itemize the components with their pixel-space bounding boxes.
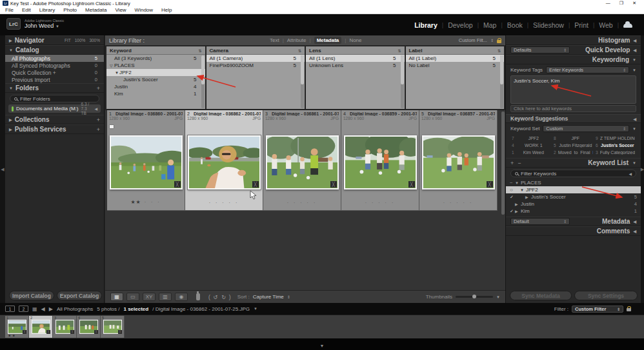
keyword-set-cell[interactable]: 9Z TEMP HOLDING: [594, 135, 636, 142]
rotate-left-icon[interactable]: ( ↺: [208, 294, 218, 300]
filter-tab-none[interactable]: None: [349, 37, 361, 43]
chevron-down-icon[interactable]: ▼: [254, 307, 257, 311]
keyword-set-cell[interactable]: 3Fully Categorized Pho...: [594, 149, 636, 156]
histogram-header[interactable]: Histogram◀: [506, 35, 641, 45]
keyword-tags-textarea[interactable]: Justin's Soccer, Kim: [510, 75, 636, 104]
publish-services-header[interactable]: ▶ Publish Services +: [5, 124, 104, 134]
lens-column-header[interactable]: Lens⇅: [306, 46, 405, 55]
label-column-header[interactable]: Label⇅: [406, 46, 505, 55]
keyword-set-cell[interactable]: 7JPF2: [510, 135, 552, 142]
lock-icon[interactable]: [627, 308, 631, 311]
module-library[interactable]: Library: [414, 21, 438, 29]
navigator-header[interactable]: ▶ Navigator FIT 100% 300%: [5, 35, 104, 45]
module-book[interactable]: Book: [507, 21, 523, 29]
menu-edit[interactable]: Edit: [22, 7, 31, 13]
keyword-set-cell[interactable]: 5Justin Fitzgerald: [552, 142, 594, 149]
filter-preset-dropdown[interactable]: Custom Filt...: [459, 37, 487, 43]
menu-file[interactable]: File: [5, 7, 14, 13]
navigator-zoom-100[interactable]: 100%: [75, 38, 86, 43]
photo-cell-3[interactable]: 3Digital Image - 036861 - 2001-07-25 128…: [263, 110, 341, 211]
remove-keyword-button[interactable]: −: [518, 160, 521, 166]
maximize-button[interactable]: ❐: [619, 1, 623, 6]
quick-develop-header[interactable]: Defaults⇕ Quick Develop◀: [506, 45, 641, 55]
keyword-set-cell[interactable]: 2Moved_to_Final_Fol...: [552, 149, 594, 156]
catalog-header[interactable]: ▼ Catalog: [5, 45, 104, 55]
sync-metadata-button[interactable]: Sync Metadata: [510, 291, 572, 300]
keyword-set-cell[interactable]: 8JPF: [552, 135, 594, 142]
filmstrip-collapse-arrow[interactable]: ▼: [320, 344, 325, 348]
filter-tab-metadata[interactable]: Metadata: [314, 37, 342, 44]
add-keyword-button[interactable]: +: [510, 160, 514, 166]
module-map[interactable]: Map: [483, 21, 496, 29]
module-web[interactable]: Web: [599, 21, 612, 29]
comments-header[interactable]: Comments◀: [506, 226, 641, 236]
menu-library[interactable]: Library: [39, 7, 55, 13]
source-indicator[interactable]: All Photographs: [57, 306, 93, 312]
keyword-list-jpf2-selected[interactable]: ○ ▼ JPF2: [506, 186, 641, 193]
keyword-column-header[interactable]: Keyword⇅: [106, 46, 205, 55]
volume-browser[interactable]: Documents and Media (M:) 6.3 / 7.3 TB ◀: [8, 104, 101, 113]
photo-thumbnail[interactable]: ╳: [344, 135, 417, 190]
add-publish-service-button[interactable]: +: [97, 126, 100, 133]
catalog-item-previous-import[interactable]: Previous Import0: [5, 76, 104, 83]
sync-settings-button[interactable]: Sync Settings: [574, 291, 638, 300]
keyword-tags-mode-dropdown[interactable]: Enter Keywords⇕: [546, 66, 629, 73]
photo-thumbnail[interactable]: ╳: [422, 135, 495, 190]
rating-dots[interactable]: · · · · ·: [341, 200, 419, 205]
lens-row-all[interactable]: All (1 Lens)5: [306, 55, 405, 62]
keyword-row-justins-soccer[interactable]: Justin's Soccer5: [106, 76, 205, 83]
rating-stars[interactable]: ★★ · · ·: [107, 199, 185, 205]
pick-flag-icon[interactable]: [109, 124, 114, 129]
keyword-row-jpf2[interactable]: ▼JPF2: [106, 69, 205, 76]
secondary-window-button[interactable]: 2: [19, 306, 28, 312]
right-panel-collapse-arrow[interactable]: ▶: [641, 35, 644, 303]
menu-metadata[interactable]: Metadata: [85, 7, 106, 13]
keyword-list-kim[interactable]: ✓ ▶ Kim 1: [506, 208, 641, 215]
photo-cell-5[interactable]: 5Digital Image - 036857 - 2001-07-25 128…: [419, 110, 498, 211]
photo-thumbnail[interactable]: ╳: [188, 135, 261, 190]
navigator-zoom-fit[interactable]: FIT: [65, 38, 71, 43]
rating-dots[interactable]: · · · · ·: [419, 200, 497, 205]
people-view-button[interactable]: ◉: [175, 293, 188, 301]
column-scrollbar[interactable]: [500, 55, 503, 108]
next-arrow-icon[interactable]: ▶: [49, 306, 53, 312]
keyword-row-justin[interactable]: Justin4: [106, 83, 205, 90]
label-row-none[interactable]: No Label5: [406, 62, 505, 69]
keyword-set-cell-active[interactable]: 6Justin's Soccer: [594, 142, 636, 149]
keyword-set-cell[interactable]: 4WORK 1: [510, 142, 552, 149]
minimize-button[interactable]: —: [606, 1, 610, 6]
sort-value-dropdown[interactable]: Capture Time: [253, 294, 284, 300]
primary-window-button[interactable]: 1: [5, 306, 15, 312]
metadata-header[interactable]: Default⇕ Metadata◀: [506, 217, 641, 226]
catalog-item-all-synced[interactable]: All Synced Photographs0: [5, 62, 104, 69]
navigator-zoom-300[interactable]: 300%: [89, 38, 100, 43]
selected-filename[interactable]: / Digital Image - 036862 - 2001-07-25.JP…: [152, 306, 250, 312]
grid-scrollbar[interactable]: [501, 112, 505, 215]
photo-thumbnail[interactable]: ╳: [266, 135, 339, 190]
close-button[interactable]: ✕: [632, 1, 636, 6]
metadata-preset-dropdown[interactable]: Default⇕: [510, 218, 570, 225]
catalog-item-all-photographs[interactable]: All Photographs5: [5, 55, 104, 62]
filmstrip-thumb-2-selected[interactable]: 2 ╳: [29, 316, 53, 338]
filmstrip-thumb-4[interactable]: 4 ╳: [77, 316, 101, 338]
compare-view-button[interactable]: XY: [143, 293, 156, 301]
thumbnail-size-slider[interactable]: [456, 296, 493, 298]
keyword-badge-icon[interactable]: ╳: [252, 181, 259, 188]
keyword-list-justins-soccer[interactable]: ✓ ▶ Justin's Soccer 5: [506, 193, 641, 200]
column-scrollbar[interactable]: [301, 55, 304, 108]
photo-cell-4[interactable]: 4Digital Image - 036859 - 2001-07-25 128…: [341, 110, 419, 211]
check-icon[interactable]: ✓: [510, 209, 515, 214]
keyword-list-header[interactable]: + − Keyword List ▼: [506, 158, 641, 168]
rating-dots[interactable]: · · · · ·: [185, 200, 263, 205]
toolbar-options-chevron-icon[interactable]: ▼: [496, 295, 500, 299]
cloud-sync-icon[interactable]: [623, 23, 632, 28]
user-name[interactable]: John Weed ▼: [25, 23, 64, 29]
filter-tab-attribute[interactable]: Attribute: [287, 37, 307, 43]
left-panel-collapse-arrow[interactable]: ◀: [0, 35, 5, 303]
filmstrip-thumb-3[interactable]: 3 ╳: [53, 316, 77, 338]
rotate-right-icon[interactable]: ↻ ): [221, 294, 231, 300]
check-icon[interactable]: ✓: [510, 195, 515, 200]
column-scrollbar[interactable]: [401, 55, 404, 108]
module-print[interactable]: Print: [574, 21, 589, 29]
previous-arrow-icon[interactable]: ◀: [41, 306, 45, 312]
